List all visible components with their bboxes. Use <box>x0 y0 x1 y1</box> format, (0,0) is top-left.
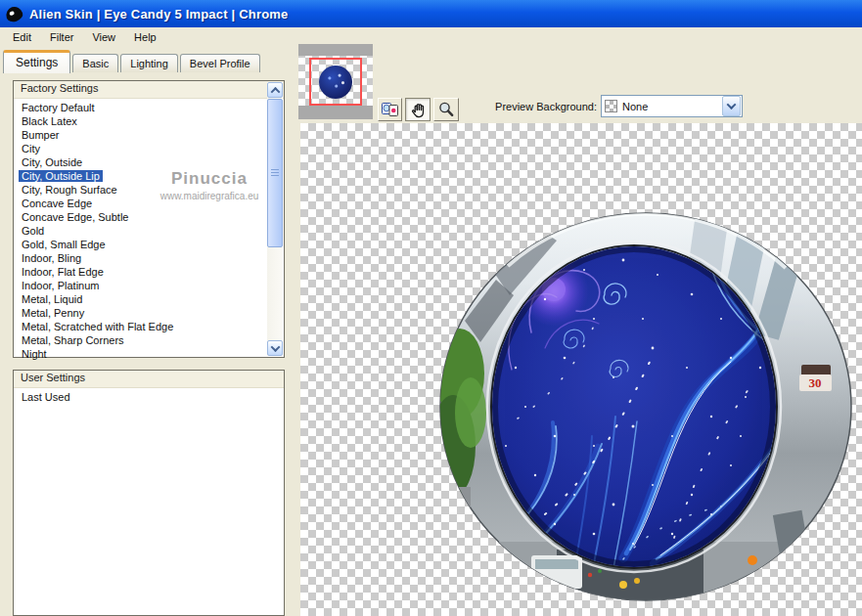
alien-skin-logo-icon <box>4 4 24 23</box>
list-item[interactable]: City <box>14 142 266 155</box>
combo-dropdown-button[interactable] <box>722 96 741 116</box>
tab-lighting[interactable]: Lighting <box>120 54 178 72</box>
list-item[interactable]: Factory Default <box>14 101 266 114</box>
menubar: Edit Filter View Help <box>0 27 862 47</box>
menu-view[interactable]: View <box>83 28 125 46</box>
preview-background-value: None <box>622 101 722 112</box>
compare-preview-icon <box>381 101 400 118</box>
hand-pan-icon <box>409 101 427 119</box>
list-item[interactable]: Metal, Liquid <box>14 292 266 306</box>
preview-background-select[interactable]: None <box>601 95 743 117</box>
compare-preview-button[interactable] <box>378 98 402 121</box>
zoom-tool-button[interactable] <box>433 98 459 121</box>
list-item[interactable]: City, Outside <box>14 155 266 169</box>
navigator-canvas-edge <box>298 106 373 119</box>
preview-canvas[interactable]: 30 <box>300 123 862 616</box>
list-item[interactable]: Concave Edge, Subtle <box>14 210 266 224</box>
list-item[interactable]: Black Latex <box>14 114 266 128</box>
scroll-up-button[interactable] <box>267 82 283 98</box>
window-title: Alien Skin | Eye Candy 5 Impact | Chrome <box>29 7 289 22</box>
scrollbar-thumb[interactable] <box>267 99 283 247</box>
titlebar: Alien Skin | Eye Candy 5 Impact | Chrome <box>0 0 862 27</box>
transparency-swatch-icon <box>605 100 617 112</box>
plugin-window: Alien Skin | Eye Candy 5 Impact | Chrome… <box>0 0 862 616</box>
list-item[interactable]: Indoor, Platinum <box>14 279 266 292</box>
list-item[interactable]: Last Used <box>14 390 284 404</box>
scroll-down-button[interactable] <box>267 340 283 356</box>
list-item[interactable]: Night <box>14 347 266 361</box>
navigator-view-rect[interactable] <box>309 58 362 106</box>
list-item[interactable]: Concave Edge <box>14 197 266 210</box>
list-item[interactable]: Indoor, Bling <box>14 251 266 265</box>
chevron-up-icon <box>270 86 280 96</box>
preview-background-label: Preview Background: <box>489 101 597 112</box>
list-item[interactable]: Gold, Small Edge <box>14 238 266 251</box>
menu-filter[interactable]: Filter <box>41 28 83 46</box>
factory-list-scrollbar[interactable] <box>267 82 283 356</box>
hand-pan-button[interactable] <box>405 98 431 121</box>
list-item[interactable]: Indoor, Flat Edge <box>14 265 266 279</box>
list-item[interactable]: Metal, Scratched with Flat Edge <box>14 320 266 333</box>
menu-edit[interactable]: Edit <box>4 28 41 46</box>
speed-sign-text: 30 <box>809 375 822 390</box>
list-item[interactable]: Bumper <box>14 128 266 142</box>
menu-help[interactable]: Help <box>125 28 166 46</box>
chevron-down-icon <box>727 100 737 110</box>
tab-basic[interactable]: Basic <box>72 54 118 72</box>
list-item[interactable]: Gold <box>14 224 266 238</box>
factory-settings-listbox: Factory Settings Factory Default Black L… <box>13 80 285 358</box>
scrollbar-grip-icon <box>271 169 279 177</box>
user-settings-header: User Settings <box>14 371 284 388</box>
list-item-selected[interactable]: City, Outside Lip <box>14 169 266 183</box>
tab-bevel-profile[interactable]: Bevel Profile <box>180 54 260 72</box>
list-item[interactable]: Metal, Sharp Corners <box>14 333 266 347</box>
tab-bar: Settings Basic Lighting Bevel Profile <box>3 49 262 72</box>
preview-navigator[interactable] <box>298 44 373 119</box>
magnifier-icon <box>437 101 455 118</box>
factory-settings-header: Factory Settings <box>14 81 284 99</box>
user-settings-listbox: User Settings Last Used <box>13 370 285 616</box>
tab-settings[interactable]: Settings <box>3 50 70 73</box>
chevron-down-icon <box>270 342 280 352</box>
chrome-ring-preview: 30 <box>300 123 862 616</box>
navigator-canvas-edge <box>298 44 373 56</box>
list-item[interactable]: City, Rough Surface <box>14 183 266 197</box>
list-item[interactable]: Metal, Penny <box>14 306 266 320</box>
